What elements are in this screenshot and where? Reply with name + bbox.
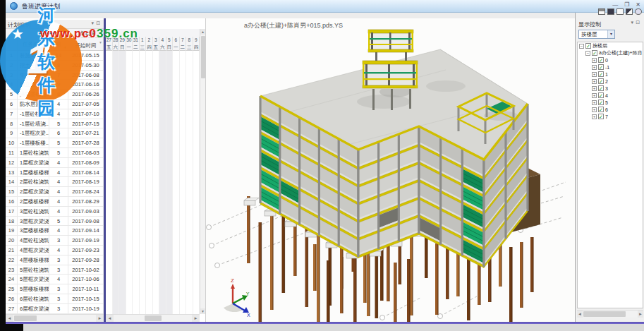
task-row-number[interactable]: 21 bbox=[6, 246, 18, 255]
task-row[interactable]: 10-1层楼板楼...52017-07-28 bbox=[6, 138, 104, 148]
tree-item--1[interactable]: +✓-1 bbox=[578, 64, 643, 71]
task-row-number[interactable]: 1 bbox=[6, 51, 18, 60]
task-name-cell[interactable]: 挖土方 bbox=[18, 61, 49, 70]
task-name-cell[interactable]: 3层楼板楼梯... bbox=[18, 226, 49, 235]
task-row-number[interactable]: 18 bbox=[6, 217, 18, 226]
collapse-node-icon[interactable]: − bbox=[585, 51, 590, 56]
task-row[interactable]: 204层砼柱浇筑32017-09-19 bbox=[6, 236, 104, 246]
task-start-date-cell[interactable]: 2017-07-21 bbox=[68, 128, 104, 138]
chevron-down-icon[interactable]: ▾ bbox=[607, 30, 614, 38]
scroll-left-arrow[interactable]: ◄ bbox=[577, 311, 583, 318]
task-duration-cell[interactable]: 8 bbox=[49, 61, 68, 70]
header-start-date[interactable]: 开始时间 ▼ bbox=[68, 38, 103, 51]
task-name-cell[interactable]: 1层楼板楼梯... bbox=[18, 168, 49, 177]
collapse-node-icon[interactable]: − bbox=[579, 44, 584, 49]
visibility-checkbox[interactable]: ✓ bbox=[585, 43, 591, 49]
task-row[interactable]: 142层砼柱浇筑42017-08-19 bbox=[6, 177, 104, 187]
wireframe-view-icon[interactable] bbox=[598, 8, 605, 15]
task-name-cell[interactable]: 满堂基础施工 bbox=[18, 90, 49, 99]
panel-pin-icon[interactable]: ⊡ bbox=[636, 20, 642, 25]
task-row[interactable]: 131层楼板楼梯...42017-08-14 bbox=[6, 168, 104, 178]
task-row[interactable]: 9-1层框次梁...62017-07-21 bbox=[6, 128, 104, 138]
visibility-checkbox[interactable]: ✓ bbox=[598, 57, 604, 63]
task-start-date-cell[interactable]: 2017-05-15 bbox=[68, 51, 104, 60]
task-start-date-cell[interactable]: 2017-10-11 bbox=[68, 284, 104, 294]
visibility-checkbox[interactable]: ✓ bbox=[598, 100, 604, 105]
task-start-date-cell[interactable]: 2017-09-03 bbox=[68, 207, 104, 216]
task-row[interactable]: 224层楼板楼梯...32017-09-28 bbox=[6, 255, 104, 265]
solid-view-icon[interactable] bbox=[607, 8, 614, 15]
task-start-date-cell[interactable]: 2017-10-19 bbox=[68, 304, 104, 313]
task-name-cell[interactable]: 6层砼柱浇筑 bbox=[18, 294, 49, 303]
task-start-date-cell[interactable]: 2017-08-19 bbox=[68, 177, 104, 186]
task-start-date-cell[interactable]: 2017-07-28 bbox=[68, 138, 104, 148]
scroll-left-arrow[interactable]: ◄ bbox=[106, 315, 114, 322]
task-start-date-cell[interactable]: 2017-09-08 bbox=[68, 217, 104, 226]
task-name-cell[interactable]: -1层砼柱浇筑 bbox=[18, 109, 49, 119]
task-row[interactable]: 214层框次梁浇筑42017-09-23 bbox=[6, 246, 104, 255]
model-3d-view[interactable]: Z Y X bbox=[206, 18, 576, 322]
task-start-date-cell[interactable]: 2017-09-14 bbox=[68, 226, 104, 235]
scroll-right-arrow[interactable]: ► bbox=[96, 315, 104, 322]
task-row[interactable]: 162层楼板楼梯42017-08-29 bbox=[6, 197, 104, 207]
tree-item-[interactable]: −✓按楼层 bbox=[578, 42, 643, 49]
tree-item-4[interactable]: +✓4 bbox=[578, 92, 643, 99]
task-duration-cell[interactable]: 3 bbox=[49, 304, 68, 313]
tree-item-0[interactable]: +✓0 bbox=[578, 56, 643, 64]
task-row[interactable]: 266层砼柱浇筑32017-10-15 bbox=[6, 294, 104, 304]
filter-icon[interactable]: ▼ bbox=[63, 45, 67, 49]
task-name-cell[interactable]: 1层砼柱浇筑 bbox=[18, 148, 49, 157]
task-row-number[interactable]: 26 bbox=[6, 294, 18, 303]
expand-node-icon[interactable]: + bbox=[592, 114, 597, 119]
visibility-checkbox[interactable]: ✓ bbox=[598, 78, 604, 84]
task-row-number[interactable]: 9 bbox=[6, 128, 18, 138]
task-duration-cell[interactable]: 3 bbox=[49, 255, 68, 265]
floor-filter-dropdown[interactable]: 按楼层 ▾ bbox=[578, 30, 615, 39]
task-duration-cell[interactable]: 3 bbox=[49, 294, 68, 303]
header-duration[interactable]: 工作日工期 ▼ bbox=[49, 29, 68, 50]
task-duration-cell[interactable]: 5 bbox=[49, 119, 68, 128]
visibility-checkbox[interactable]: ✓ bbox=[598, 114, 604, 119]
task-name-cell[interactable]: -1层框次梁... bbox=[18, 128, 49, 138]
task-row-number[interactable]: 6 bbox=[6, 100, 18, 109]
task-start-date-cell[interactable]: 2017-07-05 bbox=[68, 100, 104, 109]
task-row-number[interactable]: 20 bbox=[6, 236, 18, 245]
panel-pin-icon[interactable]: ⊡ bbox=[96, 20, 102, 25]
task-duration-cell[interactable]: 5 bbox=[49, 217, 68, 226]
task-name-cell[interactable]: 4层框次梁浇筑 bbox=[18, 246, 49, 255]
task-start-date-cell[interactable]: 2017-09-23 bbox=[68, 246, 104, 255]
task-row[interactable]: 6防水层施工42017-07-05 bbox=[6, 100, 104, 109]
task-start-date-cell[interactable]: 2017-08-14 bbox=[68, 168, 104, 177]
task-name-cell[interactable]: 6层框次梁浇筑 bbox=[18, 304, 49, 313]
expand-node-icon[interactable]: + bbox=[592, 65, 597, 70]
task-row-number[interactable]: 7 bbox=[6, 109, 18, 119]
task-name-cell[interactable]: 桩施工 bbox=[18, 51, 49, 60]
task-name-cell[interactable]: 2层楼板楼梯 bbox=[18, 197, 49, 206]
task-name-cell[interactable]: 2层砼柱浇筑 bbox=[18, 177, 49, 186]
task-name-cell[interactable]: 5层框次梁浇筑 bbox=[18, 275, 49, 284]
task-row[interactable]: 255层楼板楼梯...32017-10-11 bbox=[6, 284, 104, 294]
task-row-number[interactable]: 17 bbox=[6, 207, 18, 216]
task-row-number[interactable]: 10 bbox=[6, 138, 18, 148]
task-duration-cell[interactable]: 7 bbox=[49, 71, 68, 80]
task-row[interactable]: 235层砼柱浇筑32017-10-02 bbox=[6, 265, 104, 275]
tree-item-1[interactable]: +✓1 bbox=[578, 71, 643, 78]
task-start-date-cell[interactable]: 2017-10-15 bbox=[68, 294, 104, 303]
gantt-vscrollbar[interactable]: ▲ ▼ bbox=[200, 29, 205, 314]
task-row[interactable]: 245层框次梁浇筑42017-10-06 bbox=[6, 275, 104, 284]
task-name-cell[interactable]: 2层框次梁浇筑 bbox=[18, 187, 49, 196]
task-start-date-cell[interactable]: 2017-05-30 bbox=[68, 61, 104, 70]
expand-node-icon[interactable]: + bbox=[592, 58, 597, 63]
task-duration-cell[interactable]: 4 bbox=[49, 100, 68, 109]
gantt-hscrollbar[interactable]: ◄ ► bbox=[106, 314, 200, 322]
task-name-cell[interactable]: 3层砼柱浇筑 bbox=[18, 207, 49, 216]
task-start-date-cell[interactable]: 2017-08-03 bbox=[68, 148, 104, 157]
expand-node-icon[interactable]: + bbox=[592, 100, 597, 105]
task-duration-cell[interactable]: 4 bbox=[49, 207, 68, 216]
task-start-date-cell[interactable]: 2017-07-15 bbox=[68, 119, 104, 128]
visibility-checkbox[interactable]: ✓ bbox=[592, 50, 597, 56]
tree-hscrollbar[interactable]: ◄ ► bbox=[577, 310, 643, 318]
task-duration-cell[interactable]: 5 bbox=[49, 148, 68, 157]
task-row[interactable]: 183层框次梁浇筑52017-09-08 bbox=[6, 217, 104, 227]
task-row-number[interactable]: 14 bbox=[6, 177, 18, 186]
